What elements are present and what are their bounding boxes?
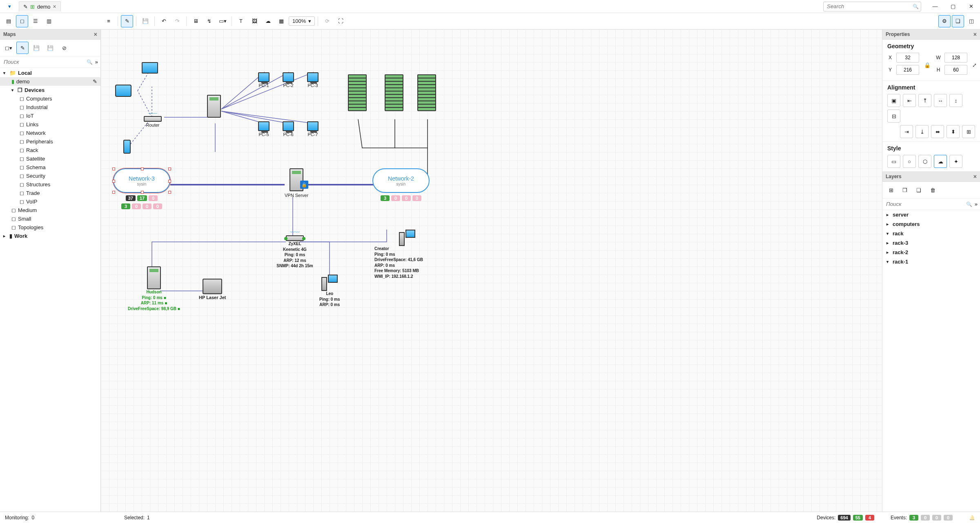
- node-network3[interactable]: Network-3 sysin 37 17 0 3 0: [113, 168, 170, 209]
- copy-layer-button[interactable]: ❏: [913, 184, 925, 196]
- shape-tool[interactable]: ▭▾: [216, 15, 229, 27]
- tree-item-demo[interactable]: ▮ demo✎: [0, 77, 100, 86]
- connector-tool[interactable]: ↯: [203, 15, 215, 27]
- monitor-tool[interactable]: 🖥: [189, 15, 202, 27]
- close-icon[interactable]: ×: [973, 31, 977, 38]
- geom-y-input[interactable]: [896, 65, 919, 75]
- image-tool[interactable]: 🖼: [248, 15, 261, 27]
- align-middle[interactable]: ⊟: [887, 110, 900, 123]
- text-tool[interactable]: T: [235, 15, 247, 27]
- menu-button[interactable]: ≡: [102, 15, 115, 27]
- node-rack3[interactable]: [417, 74, 436, 111]
- tree-item-devices[interactable]: ▾❐ Devices: [0, 86, 100, 94]
- node-leo[interactable]: Leo Ping: 0 ms ARP: 0 ms: [319, 275, 340, 308]
- tree-item[interactable]: ◻ VoIP: [0, 197, 100, 206]
- node-rack1[interactable]: [348, 74, 367, 111]
- geom-h-input[interactable]: [944, 65, 967, 75]
- close-icon[interactable]: ×: [53, 3, 56, 10]
- fit-button[interactable]: ⛶: [334, 15, 347, 27]
- dist-v[interactable]: ⬍: [947, 125, 960, 138]
- tree-item[interactable]: ◻ Rack: [0, 146, 100, 154]
- tree-item[interactable]: ◻ Industrial: [0, 103, 100, 112]
- align-top[interactable]: ⤒: [918, 94, 931, 107]
- sliders-icon[interactable]: ⚙: [938, 15, 951, 27]
- tree-item[interactable]: ◻ Peripherals: [0, 137, 100, 146]
- align-hcenter[interactable]: ↔: [934, 94, 947, 107]
- minimize-button[interactable]: —: [929, 2, 941, 11]
- layer-item[interactable]: ▸rack-3: [882, 238, 980, 248]
- dist-h[interactable]: ⬌: [931, 125, 944, 138]
- layers-icon[interactable]: ❏: [952, 15, 964, 27]
- expand-icon[interactable]: ⤢: [972, 62, 977, 68]
- add-layer-button[interactable]: ⊞: [885, 184, 897, 196]
- panel-toggle-2[interactable]: ◻: [16, 15, 28, 27]
- node-switch[interactable]: [207, 95, 221, 118]
- node-printer[interactable]: HP Laser Jet: [199, 279, 226, 300]
- tree-folder-local[interactable]: ▾📁 Local: [0, 69, 100, 77]
- node-pc5[interactable]: PC-5: [258, 121, 270, 137]
- geom-x-input[interactable]: [896, 53, 919, 63]
- layer-item[interactable]: ▸server: [882, 210, 980, 219]
- canvas[interactable]: 〰〰 Router PC-1 PC-2 PC-3 PC-5 PC-6 PC-7: [101, 29, 882, 512]
- geom-w-input[interactable]: [944, 53, 967, 63]
- edit-tool[interactable]: ✎: [121, 15, 133, 27]
- tree-item[interactable]: ◻ Computers: [0, 94, 100, 103]
- style-rect[interactable]: ▭: [887, 155, 900, 168]
- app-icon[interactable]: ▾: [3, 0, 16, 13]
- new-map-button[interactable]: ◻▾: [2, 42, 15, 54]
- layer-item[interactable]: ▸computers: [882, 219, 980, 229]
- layer-item[interactable]: ▾rack-1: [882, 257, 980, 266]
- tree-item[interactable]: ◻ Satellite: [0, 154, 100, 163]
- tree-item[interactable]: ◻ IoT: [0, 112, 100, 120]
- node-router[interactable]: 〰〰 Router: [144, 111, 162, 128]
- node-pc7[interactable]: PC-7: [307, 121, 318, 137]
- style-hex[interactable]: ⬡: [918, 155, 931, 168]
- discard-button[interactable]: ⊘: [58, 42, 70, 54]
- search-input[interactable]: [823, 2, 921, 11]
- layers-search-input[interactable]: [885, 200, 966, 208]
- chevron-icon[interactable]: »: [975, 201, 978, 207]
- tree-item[interactable]: ◻ Topologies: [0, 223, 100, 232]
- maps-search-input[interactable]: [2, 58, 87, 66]
- dock-button[interactable]: ◫: [965, 15, 978, 27]
- node-laptop[interactable]: [142, 62, 158, 74]
- node-network2[interactable]: Network-2 sysin 3 0 0 0: [372, 168, 430, 201]
- chevron-icon[interactable]: »: [95, 59, 98, 65]
- align-fit[interactable]: ▣: [887, 94, 900, 107]
- tree-item[interactable]: ◻ Trade: [0, 189, 100, 197]
- align-right[interactable]: ⇥: [900, 125, 913, 138]
- link-icon[interactable]: 🔒: [924, 62, 931, 68]
- align-bottom[interactable]: ⤓: [915, 125, 929, 138]
- panel-toggle-4[interactable]: ▥: [43, 15, 55, 27]
- undo-button[interactable]: ↶: [158, 15, 170, 27]
- close-icon[interactable]: ×: [94, 31, 97, 38]
- node-phone[interactable]: [123, 140, 131, 154]
- align-left[interactable]: ⇤: [903, 94, 916, 107]
- style-circle[interactable]: ○: [903, 155, 916, 168]
- node-creator[interactable]: Creator Ping: 0 ms DriveFreeSpace: 41,6 …: [374, 230, 440, 279]
- cloud-tool[interactable]: ☁: [262, 15, 274, 27]
- tree-item[interactable]: ◻ Medium: [0, 206, 100, 215]
- tree-folder-work[interactable]: ▸▮ Work: [0, 232, 100, 240]
- node-zyxel[interactable]: 〰〰 ZyXEL Keenetic 4G Ping: 0 ms ARP: 12 …: [264, 230, 325, 269]
- tree-item[interactable]: ◻ Structures: [0, 180, 100, 189]
- layer-item[interactable]: ▾rack: [882, 229, 980, 238]
- tree-item[interactable]: ◻ Schema: [0, 163, 100, 172]
- style-cloud[interactable]: ☁: [934, 155, 947, 168]
- delete-layer-button[interactable]: 🗑: [927, 184, 939, 196]
- align-center[interactable]: ⊞: [962, 125, 975, 138]
- node-pc2[interactable]: PC-2: [283, 72, 294, 88]
- maximize-button[interactable]: ▢: [947, 2, 959, 11]
- tree-item[interactable]: ◻ Links: [0, 120, 100, 129]
- layer-item[interactable]: ▸rack-2: [882, 248, 980, 257]
- panel-toggle-1[interactable]: ▤: [2, 15, 15, 27]
- tree-item[interactable]: ◻ Security: [0, 172, 100, 180]
- node-hudson[interactable]: Hudson Ping: 0 ms ■ ARP: 11 ms ■ DriveFr…: [117, 266, 191, 311]
- node-rack2[interactable]: [385, 74, 403, 111]
- style-gear[interactable]: ✦: [949, 155, 962, 168]
- node-vpn[interactable]: 🔒 VPN Server: [285, 168, 308, 198]
- close-button[interactable]: ✕: [965, 2, 977, 11]
- node-tablet[interactable]: [115, 85, 131, 97]
- close-icon[interactable]: ×: [973, 173, 977, 180]
- align-vcenter[interactable]: ↕: [949, 94, 962, 107]
